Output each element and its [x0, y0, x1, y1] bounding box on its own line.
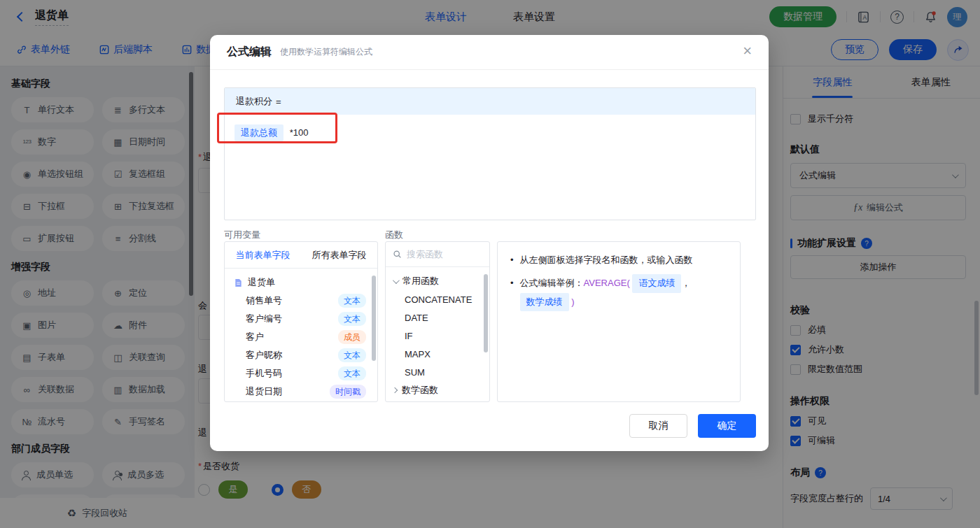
- variable-name: 退货日期: [246, 385, 282, 398]
- function-item-if[interactable]: IF: [386, 327, 489, 345]
- formula-editor[interactable]: 退款积分 = 退款总额 *100: [224, 87, 756, 220]
- tips-panel: • 从左侧面板选择字段名和函数，或输入函数 • 公式编辑举例：AVERAGE( …: [497, 241, 741, 402]
- functions-panel: 常用函数CONCATENATEDATEIFMAPXSUM数学函数文本函数: [385, 241, 490, 402]
- variable-type-badge: 文本: [338, 312, 366, 326]
- variable-type-badge: 文本: [338, 348, 366, 362]
- tab-all-form-fields[interactable]: 所有表单字段: [301, 242, 377, 268]
- variable-name: 客户编号: [246, 313, 282, 325]
- function-group-text-functions[interactable]: 文本函数: [386, 399, 489, 402]
- function-item-mapx[interactable]: MAPX: [386, 345, 489, 363]
- function-group-common-functions[interactable]: 常用函数: [386, 272, 489, 290]
- function-group-label: 数学函数: [402, 384, 438, 397]
- modal-subtitle: 使用数学运算符编辑公式: [280, 46, 372, 58]
- bullet: •: [510, 276, 514, 291]
- variable-name: 客户昵称: [246, 349, 282, 362]
- function-item-sum[interactable]: SUM: [386, 363, 489, 381]
- function-search[interactable]: [386, 242, 489, 267]
- variables-label: 可用变量: [224, 229, 260, 241]
- form-tree-root[interactable]: 退货单: [225, 273, 377, 292]
- tip-example-close: ): [571, 297, 574, 307]
- variable-row-sales-order-no[interactable]: 销售单号文本: [225, 292, 377, 310]
- tip-example-prefix: 公式编辑举例：: [520, 278, 584, 288]
- formula-target-field: 退款积分: [236, 95, 272, 108]
- variables-panel: 当前表单字段 所有表单字段 退货单 销售单号文本客户编号文本客户成员客户昵称文本…: [224, 241, 378, 402]
- variable-row-customer-nickname[interactable]: 客户昵称文本: [225, 346, 377, 364]
- tip-example-chip-1: 语文成绩: [632, 274, 681, 293]
- function-search-input[interactable]: [407, 249, 477, 259]
- bullet: •: [510, 253, 514, 268]
- variables-scrollbar[interactable]: [372, 276, 376, 361]
- tip-line-2: 公式编辑举例：AVERAGE( 语文成绩， 数学成绩 ): [520, 274, 727, 312]
- function-group-math-functions[interactable]: 数学函数: [386, 381, 489, 399]
- functions-scrollbar[interactable]: [484, 274, 488, 352]
- close-icon[interactable]: ×: [743, 43, 752, 59]
- confirm-button[interactable]: 确定: [698, 414, 756, 438]
- tip-example-comma: ，: [681, 278, 690, 288]
- formula-editor-modal: 公式编辑 使用数学运算符编辑公式 × 退款积分 = 退款总额 *100 可用变量…: [210, 35, 769, 451]
- variable-type-badge: 文本: [338, 294, 366, 308]
- variable-row-customer-no[interactable]: 客户编号文本: [225, 310, 377, 328]
- function-item-date[interactable]: DATE: [386, 308, 489, 327]
- tab-current-form-fields[interactable]: 当前表单字段: [225, 242, 301, 268]
- formula-equals: =: [276, 97, 281, 107]
- variable-name: 销售单号: [246, 294, 282, 307]
- variable-name: 客户: [246, 331, 264, 343]
- variable-list: 销售单号文本客户编号文本客户成员客户昵称文本手机号码文本退货日期时间戳: [225, 292, 377, 401]
- search-icon: [393, 250, 402, 259]
- annotation-highlight-box: [217, 113, 337, 143]
- function-tree: 常用函数CONCATENATEDATEIFMAPXSUM数学函数文本函数: [386, 267, 489, 402]
- function-group-label: 常用函数: [402, 275, 439, 287]
- functions-label: 函数: [385, 229, 403, 241]
- form-name: 退货单: [248, 276, 275, 289]
- tip-example-function: AVERAGE(: [584, 278, 630, 288]
- variable-type-badge: 文本: [338, 366, 366, 380]
- chevron-right-icon: [392, 387, 398, 393]
- tip-line-1: 从左侧面板选择字段名和函数，或输入函数: [520, 253, 693, 268]
- variable-row-customer[interactable]: 客户成员: [225, 328, 377, 346]
- variable-row-mobile-number[interactable]: 手机号码文本: [225, 364, 377, 383]
- document-icon: [234, 278, 243, 287]
- variable-type-badge: 时间戳: [330, 385, 366, 399]
- function-item-concatenate[interactable]: CONCATENATE: [386, 290, 489, 308]
- modal-title: 公式编辑: [227, 45, 272, 59]
- variable-row-return-date[interactable]: 退货日期时间戳: [225, 383, 377, 401]
- variable-name: 手机号码: [246, 367, 282, 380]
- variable-type-badge: 成员: [338, 330, 366, 344]
- chevron-down-icon: [393, 277, 400, 284]
- tip-example-chip-2: 数学成绩: [520, 293, 569, 312]
- cancel-button[interactable]: 取消: [629, 414, 687, 438]
